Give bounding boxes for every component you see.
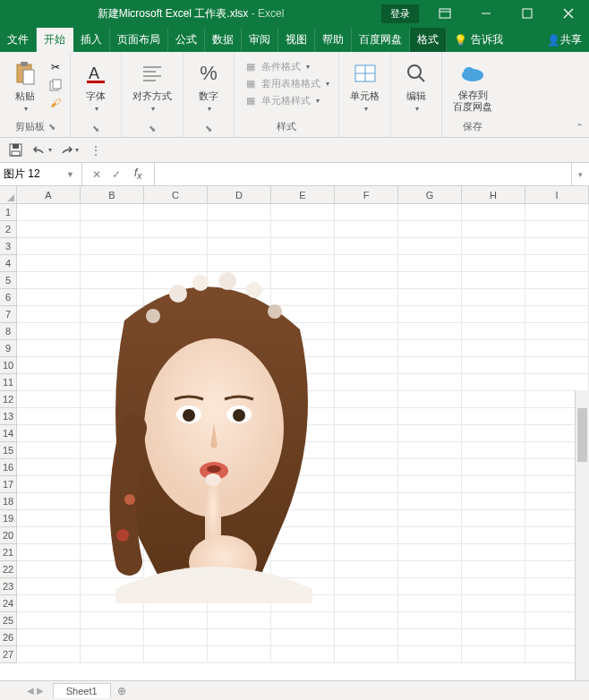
- cell[interactable]: [17, 357, 81, 374]
- cell[interactable]: [525, 221, 589, 238]
- cell[interactable]: [398, 204, 462, 221]
- add-sheet-button[interactable]: ⊕: [113, 685, 131, 697]
- cell[interactable]: [17, 578, 81, 595]
- row-header[interactable]: 7: [0, 306, 17, 323]
- cell[interactable]: [462, 374, 525, 391]
- row-header[interactable]: 18: [0, 493, 17, 510]
- cell[interactable]: [462, 561, 525, 578]
- number-launcher[interactable]: ⬊: [205, 124, 212, 133]
- cell[interactable]: [208, 629, 271, 646]
- cell[interactable]: [462, 629, 525, 646]
- cell[interactable]: [398, 357, 462, 374]
- cell[interactable]: [462, 357, 525, 374]
- cell[interactable]: [398, 323, 462, 340]
- cell[interactable]: [17, 595, 81, 612]
- cell[interactable]: [17, 442, 81, 459]
- formula-input[interactable]: [155, 163, 571, 185]
- cell[interactable]: [398, 629, 462, 646]
- cell[interactable]: [398, 544, 462, 561]
- row-header[interactable]: 5: [0, 272, 17, 289]
- cell[interactable]: [17, 408, 81, 425]
- cell[interactable]: [525, 374, 589, 391]
- alignment-button[interactable]: 对齐方式 ▾: [127, 55, 177, 116]
- row-header[interactable]: 6: [0, 289, 17, 306]
- cell[interactable]: [271, 204, 335, 221]
- row-header[interactable]: 12: [0, 391, 17, 408]
- column-header[interactable]: F: [335, 186, 398, 204]
- row-header[interactable]: 20: [0, 527, 17, 544]
- row-header[interactable]: 17: [0, 476, 17, 493]
- name-box[interactable]: ▼: [0, 163, 82, 185]
- cell[interactable]: [398, 510, 462, 527]
- cell[interactable]: [398, 272, 462, 289]
- tellme[interactable]: 💡 告诉我: [447, 28, 510, 52]
- cell[interactable]: [17, 306, 81, 323]
- cell[interactable]: [271, 238, 335, 255]
- cell[interactable]: [81, 221, 144, 238]
- tab-file[interactable]: 文件: [0, 28, 37, 52]
- column-header[interactable]: G: [398, 186, 462, 204]
- cell[interactable]: [17, 272, 81, 289]
- tab-layout[interactable]: 页面布局: [110, 28, 168, 52]
- save-button[interactable]: [5, 141, 25, 160]
- cell[interactable]: [398, 459, 462, 476]
- collapse-ribbon-button[interactable]: ⌃: [576, 122, 584, 133]
- row-header[interactable]: 9: [0, 340, 17, 357]
- cell[interactable]: [17, 340, 81, 357]
- cell[interactable]: [335, 204, 398, 221]
- cell[interactable]: [208, 238, 271, 255]
- cell[interactable]: [462, 204, 525, 221]
- cell[interactable]: [462, 442, 525, 459]
- cell[interactable]: [17, 629, 81, 646]
- cell[interactable]: [271, 221, 335, 238]
- maximize-button[interactable]: [507, 0, 548, 27]
- align-launcher[interactable]: ⬊: [149, 124, 156, 133]
- row-header[interactable]: 27: [0, 646, 17, 663]
- cell[interactable]: [462, 221, 525, 238]
- cell[interactable]: [17, 289, 81, 306]
- cell[interactable]: [144, 221, 208, 238]
- format-painter-button[interactable]: 🖌: [47, 95, 64, 111]
- cell[interactable]: [398, 374, 462, 391]
- cell-grid[interactable]: [17, 204, 589, 663]
- copy-button[interactable]: [47, 77, 64, 93]
- login-button[interactable]: 登录: [381, 4, 419, 23]
- close-button[interactable]: [548, 0, 589, 27]
- redo-button[interactable]: ▾: [59, 141, 79, 160]
- cell[interactable]: [398, 578, 462, 595]
- cell[interactable]: [17, 646, 81, 663]
- cell[interactable]: [81, 612, 144, 629]
- tab-help[interactable]: 帮助: [315, 28, 352, 52]
- row-header[interactable]: 2: [0, 221, 17, 238]
- cell[interactable]: [208, 646, 271, 663]
- cell[interactable]: [17, 544, 81, 561]
- cell[interactable]: [462, 323, 525, 340]
- cell[interactable]: [144, 629, 208, 646]
- cell[interactable]: [525, 238, 589, 255]
- cell[interactable]: [17, 561, 81, 578]
- cell-style-button[interactable]: ▦单元格样式▾: [242, 93, 331, 108]
- undo-button[interactable]: ▾: [32, 141, 52, 160]
- cell[interactable]: [462, 493, 525, 510]
- cell[interactable]: [525, 255, 589, 272]
- row-header[interactable]: 24: [0, 595, 17, 612]
- row-header[interactable]: 23: [0, 578, 17, 595]
- cell[interactable]: [17, 459, 81, 476]
- cell[interactable]: [462, 391, 525, 408]
- cell[interactable]: [335, 238, 398, 255]
- cell[interactable]: [208, 204, 271, 221]
- cell[interactable]: [462, 289, 525, 306]
- cell[interactable]: [525, 323, 589, 340]
- column-header[interactable]: E: [271, 186, 335, 204]
- cell[interactable]: [398, 255, 462, 272]
- scrollbar-thumb[interactable]: [577, 408, 587, 462]
- cell[interactable]: [17, 510, 81, 527]
- tab-data[interactable]: 数据: [205, 28, 242, 52]
- cell[interactable]: [398, 238, 462, 255]
- share-button[interactable]: 👤 共享: [540, 28, 589, 52]
- cell[interactable]: [335, 646, 398, 663]
- enter-icon[interactable]: ✓: [109, 168, 124, 181]
- cell[interactable]: [462, 612, 525, 629]
- tab-review[interactable]: 审阅: [242, 28, 278, 52]
- qat-customize[interactable]: ⋮: [86, 141, 106, 160]
